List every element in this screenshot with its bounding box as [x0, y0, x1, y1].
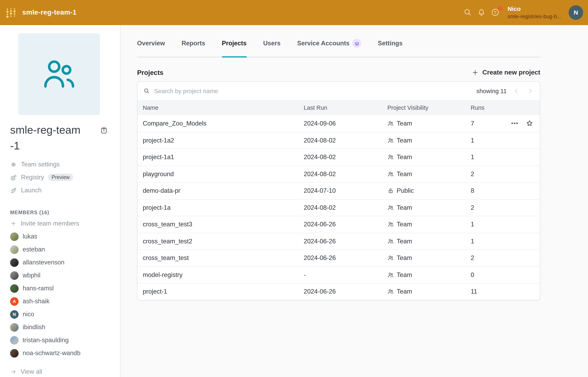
member-avatar: [10, 245, 19, 254]
member-item[interactable]: esteban: [10, 243, 120, 256]
team-title: smle-reg-team-1: [10, 122, 80, 154]
member-avatar: A: [10, 297, 19, 306]
team-icon: [388, 204, 394, 211]
search-icon: [463, 8, 472, 17]
share-button[interactable]: [100, 126, 108, 154]
overflow-menu-icon[interactable]: [511, 120, 519, 127]
tab-projects[interactable]: Projects: [222, 40, 246, 57]
public-lock-icon: [388, 188, 394, 194]
team-icon: [388, 120, 394, 127]
tab-service-accounts[interactable]: Service Accounts: [297, 40, 361, 57]
create-new-project-button[interactable]: Create new project: [472, 69, 540, 76]
plus-icon: [10, 221, 17, 227]
table-row[interactable]: playground 2024-08-02 Team 2: [137, 165, 540, 182]
user-menu[interactable]: Nico smle-registries-bug-b...: [508, 5, 561, 20]
member-avatar: [10, 284, 19, 293]
sidebar-link-registry[interactable]: Registry Preview: [10, 171, 120, 184]
star-icon[interactable]: [526, 120, 533, 127]
projects-table: Compare_Zoo_Models 2024-09-06 Team 7: [137, 115, 540, 300]
gear-icon: [10, 161, 17, 168]
team-icon: [388, 137, 394, 144]
column-header-last-run: Last Run: [304, 104, 388, 111]
search-button[interactable]: [461, 6, 474, 19]
user-avatar[interactable]: N: [569, 5, 583, 20]
table-row[interactable]: model-registry - Team 0: [137, 266, 540, 283]
rocket-icon: [10, 187, 17, 194]
member-avatar: [10, 271, 19, 280]
invite-team-members-button[interactable]: Invite team members: [10, 217, 120, 230]
notifications-button[interactable]: [474, 6, 488, 19]
team-icon: [388, 154, 394, 161]
page-title: Projects: [137, 69, 163, 76]
preview-badge: Preview: [48, 174, 73, 181]
chevron-left-icon[interactable]: [513, 88, 520, 94]
tab-bar: Overview Reports Projects Users: [137, 25, 540, 58]
topbar-actions: ? Nico smle-registries-bug-b... N: [461, 5, 583, 20]
team-people-icon: [40, 55, 78, 94]
table-row[interactable]: cross_team_test 2024-06-26 Team 2: [137, 249, 540, 266]
premium-badge: [353, 39, 361, 48]
member-item[interactable]: allanstevenson: [10, 256, 120, 269]
sidebar-link-team-settings[interactable]: Team settings: [10, 158, 120, 171]
sidebar-link-launch[interactable]: Launch: [10, 184, 120, 197]
notification-dot: [498, 6, 502, 11]
registry-icon: [10, 174, 17, 181]
team-icon: [388, 272, 394, 278]
member-avatar: N: [10, 310, 19, 319]
table-row[interactable]: Compare_Zoo_Models 2024-09-06 Team 7: [137, 115, 540, 132]
share-icon: [100, 126, 108, 134]
member-item[interactable]: noa-schwartz-wandb: [10, 347, 120, 360]
member-avatar: [10, 323, 19, 332]
member-item[interactable]: tristan-spaulding: [10, 334, 120, 347]
tab-settings[interactable]: Settings: [378, 40, 403, 57]
column-header-name: Name: [143, 104, 304, 111]
members-header: MEMBERS (16): [10, 210, 120, 216]
project-search-input[interactable]: [154, 87, 476, 94]
svg-text:?: ?: [494, 10, 496, 15]
team-icon: [388, 238, 394, 245]
help-button[interactable]: ?: [488, 6, 502, 19]
column-header-project-visibility: Project Visibility: [388, 104, 471, 111]
showing-count: showing 11: [476, 87, 507, 94]
app-root: smle-reg-team-1 ? Nico smle-registries-b…: [0, 0, 588, 377]
table-row[interactable]: project-1 2024-06-26 Team 11: [137, 283, 540, 300]
table-row[interactable]: project-1a 2024-08-02 Team 2: [137, 199, 540, 216]
member-item[interactable]: N nico: [10, 308, 120, 321]
member-item[interactable]: hans-ramsl: [10, 282, 120, 295]
member-item[interactable]: lukas: [10, 230, 120, 243]
tab-users[interactable]: Users: [263, 40, 280, 57]
table-row[interactable]: cross_team_test3 2024-06-26 Team 1: [137, 216, 540, 233]
sidebar: smle-reg-team-1 Team settings Registry P…: [0, 25, 121, 377]
table-row[interactable]: demo-data-pr 2024-07-10 Public 8: [137, 182, 540, 199]
main-content: Overview Reports Projects Users: [121, 25, 588, 377]
projects-card: showing 11 NameLast RunProject Visibilit…: [137, 81, 540, 300]
crown-icon: [354, 41, 359, 46]
tab-reports[interactable]: Reports: [182, 40, 205, 57]
team-avatar[interactable]: [18, 33, 100, 115]
member-avatar: [10, 349, 19, 358]
user-org: smle-registries-bug-b...: [508, 13, 561, 20]
column-header-runs: Runs: [471, 104, 495, 111]
search-icon: [143, 87, 150, 94]
wandb-logo-icon[interactable]: [5, 7, 17, 18]
topbar: smle-reg-team-1 ? Nico smle-registries-b…: [0, 0, 588, 25]
chevron-right-icon[interactable]: [527, 88, 533, 94]
team-icon: [388, 289, 394, 295]
pagination: [513, 88, 533, 94]
table-row[interactable]: project-1a1 2024-08-02 Team 1: [137, 149, 540, 165]
sidebar-links: Team settings Registry Preview Launch: [10, 158, 120, 197]
team-icon: [388, 171, 394, 177]
member-avatar: [10, 258, 19, 267]
team-icon: [388, 255, 394, 261]
tab-overview[interactable]: Overview: [137, 40, 165, 57]
member-item[interactable]: ibindlish: [10, 321, 120, 334]
plus-icon: [472, 69, 479, 76]
arrow-right-icon: [10, 369, 17, 375]
table-row[interactable]: project-1a2 2024-08-02 Team 1: [137, 132, 540, 149]
member-item[interactable]: A ash-shaik: [10, 295, 120, 308]
view-all-members-button[interactable]: View all: [10, 365, 120, 377]
table-row[interactable]: cross_team_test2 2024-06-26 Team 1: [137, 233, 540, 249]
members-list: lukas esteban allanstevenson wbphil: [10, 230, 120, 360]
member-avatar: [10, 232, 19, 241]
member-item[interactable]: wbphil: [10, 269, 120, 282]
